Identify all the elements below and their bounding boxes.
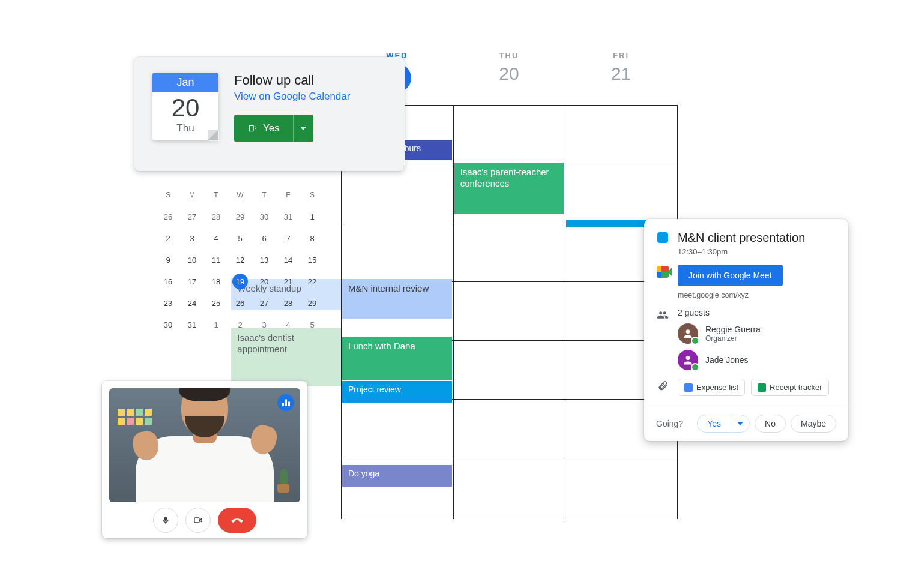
mini-day[interactable]: 15 [300,249,324,271]
mini-day[interactable]: 4 [204,227,228,249]
mini-day[interactable]: 10 [180,249,204,271]
mini-day[interactable]: 28 [204,206,228,227]
accepted-check-icon [691,337,699,345]
attachment-label: Receipt tracker [770,383,822,392]
event-label: Lunch with Dana [348,341,415,351]
guest-avatar [678,350,698,370]
mini-day[interactable]: 24 [180,292,204,314]
event-label: Isaac's dentist appointment [237,332,294,354]
rsvp-dropdown-button[interactable] [293,115,313,142]
mini-day[interactable]: 2 [156,227,180,249]
event-label: Isaac's parent-teacher conferences [460,167,549,188]
mini-day[interactable]: 29 [228,206,252,227]
chevron-down-icon [737,422,743,425]
mini-day[interactable]: 4 [276,314,300,335]
speaking-indicator-icon [277,394,294,411]
mini-day[interactable]: 17 [180,271,204,292]
mini-day[interactable]: 30 [252,206,276,227]
event-color-swatch [657,232,668,243]
mini-day[interactable]: 25 [204,292,228,314]
calendar-event-internal[interactable]: M&N internal review [342,279,452,319]
mini-day[interactable]: 31 [276,206,300,227]
mini-day[interactable]: 18 [204,271,228,292]
mini-day[interactable]: 27 [180,206,204,227]
event-label: Project review [348,385,401,394]
guest-avatar [678,323,698,344]
weekday-number[interactable]: 21 [565,64,677,84]
going-maybe-button[interactable]: Maybe [791,415,836,433]
mini-dow: S [156,184,180,206]
meet-url: meet.google.com/xyz [678,291,836,299]
mini-day[interactable]: 26 [228,292,252,314]
mini-dow: F [276,184,300,206]
mini-dow: T [204,184,228,206]
mic-icon [161,515,170,525]
mini-day[interactable]: 1 [204,314,228,335]
mini-dow: T [252,184,276,206]
mini-day[interactable]: 26 [156,206,180,227]
mini-day[interactable]: 6 [252,227,276,249]
rsvp-yes-button[interactable]: Yes [234,115,313,142]
mini-day[interactable]: 23 [156,292,180,314]
mini-day[interactable]: 7 [276,227,300,249]
guest-role: Organizer [705,334,761,343]
mini-day[interactable]: 3 [252,314,276,335]
event-label: Do yoga [348,469,379,478]
camera-icon [193,515,203,525]
calendar-event-lunch[interactable]: Lunch with Dana [342,337,452,380]
google-meet-icon [657,266,669,278]
mini-day[interactable]: 27 [252,292,276,314]
mini-day[interactable]: 14 [276,249,300,271]
attachment-chip[interactable]: Receipt tracker [751,379,828,396]
guest-name: Jade Jones [705,355,749,365]
view-on-calendar-link[interactable]: View on Google Calendar [234,91,350,102]
calendar-event-dentist[interactable]: Isaac's dentist appointment [231,328,341,386]
calendar-event-parent[interactable]: Isaac's parent-teacher conferences [454,163,564,214]
mini-day[interactable]: 5 [228,227,252,249]
join-meet-button[interactable]: Join with Google Meet [678,265,783,286]
attachment-chip[interactable]: Expense list [678,379,745,396]
guests-count: 2 guests [678,308,836,317]
followup-card: Jan 20 Thu Follow up call View on Google… [134,57,405,171]
weekday-label: FRI [565,51,677,60]
mini-day[interactable]: 30 [156,314,180,335]
mini-day[interactable]: 8 [300,227,324,249]
mini-day[interactable]: 2 [228,314,252,335]
mini-day[interactable]: 3 [180,227,204,249]
mute-mic-button[interactable] [153,508,178,533]
going-no-button[interactable]: No [755,415,786,433]
mini-day[interactable]: 1 [300,206,324,227]
weekday-number[interactable]: 20 [453,64,565,84]
mini-day[interactable]: 13 [252,249,276,271]
going-label: Going? [656,419,683,428]
accepted-check-icon [691,363,699,371]
calendar-event-yoga[interactable]: Do yoga [342,465,452,487]
mini-day[interactable]: 5 [300,314,324,335]
rsvp-yes-label: Yes [263,122,280,134]
mini-day[interactable]: 28 [276,292,300,314]
going-yes-button[interactable]: Yes [697,415,731,433]
mini-day[interactable]: 31 [180,314,204,335]
video-call-card [102,381,307,538]
hangup-icon [230,514,244,527]
mini-day[interactable]: 29 [300,292,324,314]
mini-day[interactable]: 12 [228,249,252,271]
guests-icon [656,308,669,321]
attachment-label: Expense list [696,383,738,392]
toggle-camera-button[interactable] [185,508,211,533]
mini-day[interactable]: 9 [156,249,180,271]
mini-day[interactable]: 20 [252,271,276,292]
mini-day[interactable]: 22 [300,271,324,292]
guest-row: Reggie Guerra Organizer [678,323,836,344]
mini-day[interactable]: 21 [276,271,300,292]
mini-day[interactable]: 11 [204,249,228,271]
mini-day[interactable]: 19 [228,271,252,292]
mini-dow: S [300,184,324,206]
svg-rect-1 [249,125,253,131]
end-call-button[interactable] [218,508,256,533]
mini-day[interactable]: 16 [156,271,180,292]
attachment-icon [656,379,669,391]
calendar-event-proj[interactable]: Project review [342,381,452,403]
sparkle-icon [247,124,257,133]
going-yes-dropdown[interactable] [731,415,750,433]
